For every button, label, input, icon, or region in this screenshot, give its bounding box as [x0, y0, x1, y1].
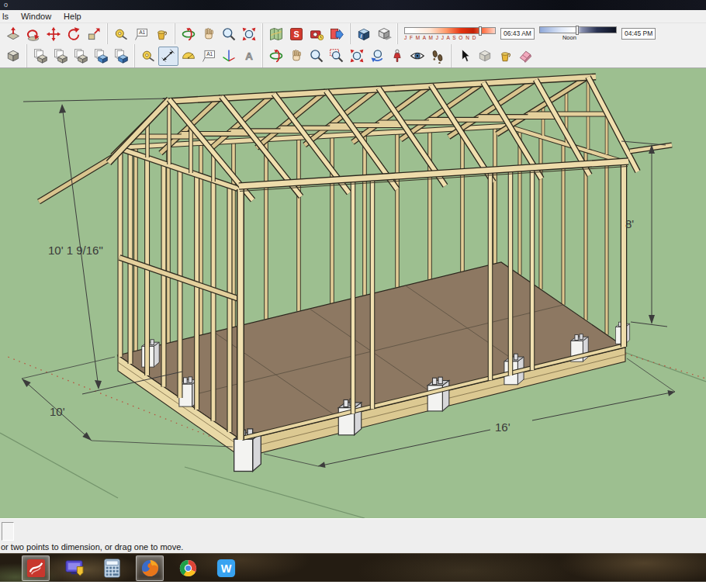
- date-slider-track[interactable]: [404, 27, 496, 34]
- taskbar-firefox-button[interactable]: [136, 555, 164, 581]
- pan-tool-button[interactable]: [199, 24, 219, 43]
- shadows-toolbar: J F M A M J J A S O N D 06:43 AM Noon 04…: [397, 23, 662, 44]
- toolbar-group: [262, 23, 350, 44]
- wps-office-icon: [216, 558, 237, 579]
- look-around-icon: [410, 48, 425, 64]
- rotate-tool-button[interactable]: [64, 24, 84, 43]
- walk-icon: [430, 48, 445, 64]
- zoom-extents-tool-button[interactable]: [239, 24, 259, 43]
- select-tool-button[interactable]: [455, 47, 475, 66]
- shadow-date-slider[interactable]: J F M A M J J A S O N D: [404, 27, 496, 40]
- follow-me-tool-button[interactable]: [23, 24, 43, 43]
- pan-icon: [289, 48, 304, 64]
- taskbar-chrome-button[interactable]: [174, 555, 202, 581]
- measurements-box[interactable]: [2, 522, 14, 541]
- firefox-icon: [140, 558, 161, 579]
- export-tool-button[interactable]: [327, 24, 347, 43]
- paint-bucket-tool-button[interactable]: [495, 47, 515, 66]
- menu-item-help[interactable]: Help: [57, 12, 88, 21]
- scale-tool-button[interactable]: [84, 24, 104, 43]
- toolbar-group: [262, 44, 451, 67]
- pan-tool-button[interactable]: [286, 47, 306, 66]
- component-box-icon: [5, 48, 21, 64]
- status-bar: or two points to dimension, or drag one …: [0, 518, 706, 553]
- orbit-tool-button[interactable]: [178, 24, 199, 43]
- taskbar-media-app-button[interactable]: [60, 555, 88, 581]
- push-pull-icon: [5, 26, 21, 42]
- protractor-tool-button[interactable]: [178, 47, 199, 66]
- toolbar-group: [134, 44, 262, 67]
- rotate-icon: [66, 26, 81, 42]
- walk-tool-button[interactable]: [427, 47, 448, 66]
- stack-tool-2-tool-button[interactable]: [50, 47, 71, 66]
- time-end-box[interactable]: 04:45 PM: [621, 28, 656, 40]
- protractor-icon: [181, 48, 196, 64]
- tape-measure-tool-button[interactable]: [111, 24, 131, 43]
- position-camera-icon: [389, 48, 405, 64]
- bottom-strip: [0, 582, 706, 588]
- text-annotation-tool-button[interactable]: [131, 24, 151, 43]
- follow-me-icon: [26, 26, 41, 42]
- menu-bar: lsWindowHelp: [0, 10, 706, 23]
- menu-item-window[interactable]: Window: [15, 12, 57, 21]
- stack-tool-1-tool-button[interactable]: [30, 47, 50, 66]
- stack-tool-blue-1-tool-button[interactable]: [91, 47, 111, 66]
- zoom-window-tool-button[interactable]: [327, 47, 347, 66]
- zoom-tool-button[interactable]: [219, 24, 239, 43]
- eraser-tool-button[interactable]: [515, 47, 535, 66]
- share-model-tool-button[interactable]: [286, 24, 306, 43]
- time-start-box[interactable]: 06:43 AM: [500, 28, 535, 40]
- zoom-icon: [221, 26, 237, 42]
- photo-match-tool-button[interactable]: [306, 24, 327, 43]
- taskbar-calculator-button[interactable]: [98, 555, 126, 581]
- date-slider-handle[interactable]: [479, 26, 482, 36]
- zoom-extents-tool-button[interactable]: [347, 47, 367, 66]
- taskbar-wps-office-button[interactable]: [212, 555, 240, 581]
- zoom-extents-icon: [241, 26, 257, 42]
- 3d-text-icon: [241, 48, 257, 64]
- move-tool-button[interactable]: [43, 24, 64, 43]
- toolbar-group: [451, 44, 538, 67]
- move-icon: [46, 26, 61, 42]
- title-bar[interactable]: o: [0, 0, 706, 10]
- status-message: or two points to dimension, or drag one …: [1, 542, 183, 552]
- paint-bucket-icon: [497, 48, 513, 64]
- dim-label-width[interactable]: 10': [50, 405, 65, 418]
- shadow-settings-tool-button[interactable]: [354, 24, 374, 43]
- zoom-extents-icon: [349, 48, 365, 64]
- toolbar-group: [26, 44, 134, 67]
- previous-view-tool-button[interactable]: [367, 47, 387, 66]
- dim-label-overall-height[interactable]: 10' 1 9/16": [48, 244, 103, 257]
- menu-item-ls[interactable]: ls: [0, 12, 15, 21]
- push-pull-tool-button[interactable]: [3, 24, 23, 43]
- stack-tool-3-tool-button[interactable]: [71, 47, 91, 66]
- 3d-text-tool-button[interactable]: [239, 47, 259, 66]
- time-slider-track[interactable]: [539, 26, 617, 33]
- stack-tool-blue-2-tool-button[interactable]: [111, 47, 131, 66]
- position-camera-tool-button[interactable]: [387, 47, 407, 66]
- tape-measure-tool-button[interactable]: [138, 47, 158, 66]
- dimension-tool-button[interactable]: [158, 47, 178, 66]
- stack-tool-blue-1-icon: [93, 48, 109, 64]
- sketchup-icon: [26, 558, 47, 579]
- look-around-tool-button[interactable]: [407, 47, 427, 66]
- eraser-icon: [517, 48, 533, 64]
- taskbar-sketchup-button[interactable]: [22, 555, 50, 581]
- paint-bucket-tool-button[interactable]: [151, 24, 171, 43]
- shadow-time-slider[interactable]: Noon: [539, 26, 617, 41]
- component-box-light-tool-button[interactable]: [475, 47, 495, 66]
- tape-measure-icon: [140, 48, 156, 64]
- text-annotation-tool-button[interactable]: [199, 47, 219, 66]
- component-box-tool-button[interactable]: [3, 47, 23, 66]
- axes-tool-button[interactable]: [219, 47, 239, 66]
- add-location-tool-button[interactable]: [266, 24, 286, 43]
- zoom-tool-button[interactable]: [306, 47, 327, 66]
- orbit-tool-button[interactable]: [266, 47, 286, 66]
- toolbar-group: [350, 23, 397, 44]
- 3d-viewport[interactable]: 10' 1 9/16" 8' 10' 16': [0, 68, 706, 518]
- dim-label-length[interactable]: 16': [495, 420, 510, 434]
- shadow-toggle-tool-button[interactable]: [374, 24, 394, 43]
- time-slider-handle[interactable]: [576, 26, 579, 35]
- dim-label-wall-height[interactable]: 8': [625, 217, 634, 230]
- scale-icon: [86, 26, 102, 42]
